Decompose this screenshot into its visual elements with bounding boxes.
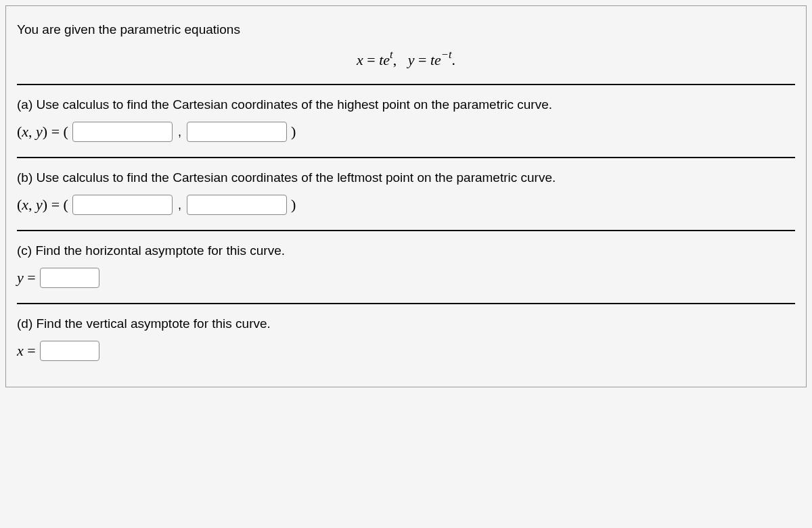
eq-equals-2: = bbox=[418, 51, 430, 68]
eq-sep: , bbox=[393, 51, 405, 68]
part-b-suffix: ) bbox=[291, 196, 296, 214]
part-a: (a) Use calculus to find the Cartesian c… bbox=[17, 97, 795, 142]
part-b-comma: , bbox=[178, 198, 181, 212]
problem-container: You are given the parametric equations x… bbox=[5, 5, 807, 387]
part-b-prefix: (x, y) = ( bbox=[17, 196, 68, 214]
part-b-y-input[interactable] bbox=[187, 195, 287, 215]
eq-x-rhs-base: te bbox=[379, 51, 390, 68]
eq-period: . bbox=[451, 51, 455, 68]
part-d-prefix: x = bbox=[17, 342, 36, 360]
part-a-x-input[interactable] bbox=[72, 122, 173, 142]
part-b: (b) Use calculus to find the Cartesian c… bbox=[17, 170, 795, 215]
part-c-text: (c) Find the horizontal asymptote for th… bbox=[17, 243, 795, 258]
part-d-text: (d) Find the vertical asymptote for this… bbox=[17, 316, 795, 331]
part-a-y-input[interactable] bbox=[187, 122, 287, 142]
part-d-input[interactable] bbox=[40, 341, 99, 361]
divider-4 bbox=[17, 303, 795, 304]
divider-1 bbox=[17, 84, 795, 85]
part-d: (d) Find the vertical asymptote for this… bbox=[17, 316, 795, 361]
part-a-comma: , bbox=[178, 125, 181, 139]
divider-2 bbox=[17, 157, 795, 158]
part-a-prefix: (x, y) = ( bbox=[17, 123, 68, 141]
intro-text: You are given the parametric equations bbox=[17, 22, 795, 37]
part-a-suffix: ) bbox=[291, 123, 296, 141]
eq-y-lhs: y bbox=[408, 51, 415, 68]
eq-y-rhs-sup: −t bbox=[441, 48, 452, 61]
part-c-input[interactable] bbox=[40, 268, 99, 288]
part-b-x-input[interactable] bbox=[72, 195, 173, 215]
part-d-answer-line: x = bbox=[17, 341, 795, 361]
eq-y-rhs-base: te bbox=[430, 51, 441, 68]
part-b-text: (b) Use calculus to find the Cartesian c… bbox=[17, 170, 795, 185]
part-a-text: (a) Use calculus to find the Cartesian c… bbox=[17, 97, 795, 112]
eq-x-lhs: x bbox=[357, 51, 363, 68]
equation-display: x = tet, y = te−t. bbox=[17, 49, 795, 69]
part-c-prefix: y = bbox=[17, 269, 36, 287]
divider-3 bbox=[17, 230, 795, 231]
part-b-answer-line: (x, y) = ( , ) bbox=[17, 195, 795, 215]
part-a-answer-line: (x, y) = ( , ) bbox=[17, 122, 795, 142]
eq-equals-1: = bbox=[367, 51, 379, 68]
part-c-answer-line: y = bbox=[17, 268, 795, 288]
eq-x-rhs-sup: t bbox=[390, 48, 393, 61]
part-c: (c) Find the horizontal asymptote for th… bbox=[17, 243, 795, 288]
